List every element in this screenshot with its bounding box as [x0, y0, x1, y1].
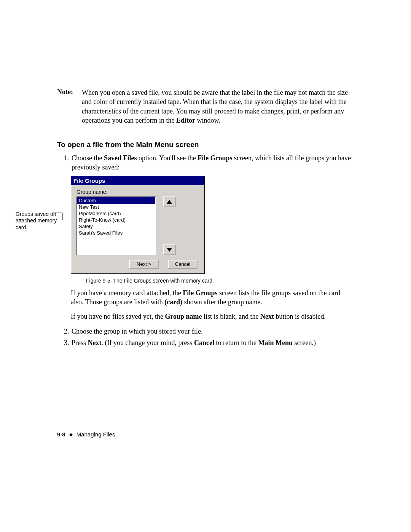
- list-item[interactable]: Right-To-Know (card): [77, 217, 155, 223]
- triangle-down-icon: [167, 248, 172, 252]
- note-block: Note: When you open a saved file, you sh…: [57, 88, 354, 125]
- list-item[interactable]: New Test: [77, 204, 155, 210]
- svg-marker-2: [167, 200, 172, 204]
- figure-callout: Groups saved on attached memory card: [16, 211, 61, 231]
- note-label: Note:: [57, 88, 82, 125]
- cancel-button[interactable]: Cancel: [168, 260, 198, 269]
- triangle-up-icon: [167, 200, 172, 204]
- group-name-label: Group name:: [76, 189, 199, 195]
- step-2: Choose the group in which you stored you…: [71, 327, 354, 336]
- note-body: When you open a saved file, you should b…: [82, 88, 354, 125]
- paragraph: If you have no files saved yet, the Grou…: [71, 312, 354, 321]
- list-item[interactable]: Sarah's Saved Files: [77, 230, 155, 236]
- steps-list: Choose the Saved Files option. You'll se…: [57, 153, 354, 172]
- steps-list-cont: Choose the group in which you stored you…: [57, 327, 354, 348]
- step-3: Press Next. (If you change your mind, pr…: [71, 338, 354, 347]
- page-footer: 9-8 ◆ Managing Files: [57, 431, 354, 438]
- figure-caption: Figure 9-5. The File Groups screen with …: [71, 278, 354, 284]
- list-item[interactable]: Safety: [77, 223, 155, 230]
- page-number: 9-8: [57, 431, 65, 438]
- figure-wrapper: Groups saved on attached memory card Fil…: [71, 176, 354, 274]
- paragraph: If you have a memory card attached, the …: [71, 288, 354, 307]
- group-name-listbox[interactable]: Custom New Test PipeMarkers (card) Right…: [76, 197, 156, 255]
- diamond-icon: ◆: [69, 432, 73, 437]
- scroll-up-button[interactable]: [163, 197, 176, 207]
- section-heading: To open a file from the Main Menu screen: [57, 141, 354, 149]
- scroll-down-button[interactable]: [163, 244, 176, 255]
- next-button[interactable]: Next >: [129, 260, 159, 269]
- dialog-titlebar: File Groups: [71, 176, 204, 185]
- file-groups-dialog: File Groups Group name: Custom New Test …: [71, 176, 205, 274]
- list-item[interactable]: PipeMarkers (card): [77, 210, 155, 217]
- svg-marker-3: [167, 248, 172, 252]
- list-item[interactable]: Custom: [77, 197, 155, 204]
- step-1: Choose the Saved Files option. You'll se…: [71, 153, 354, 172]
- footer-section: Managing Files: [76, 431, 115, 438]
